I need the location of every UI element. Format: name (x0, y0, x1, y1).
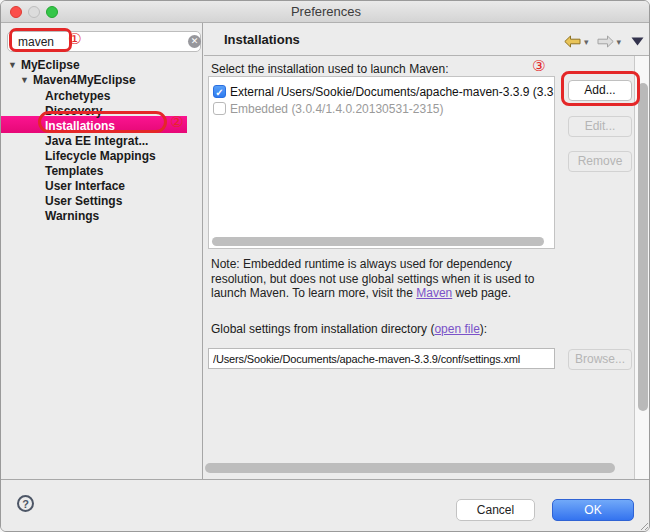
ok-button[interactable]: OK (552, 499, 634, 521)
back-history-caret-icon[interactable]: ▾ (584, 37, 589, 47)
edit-button: Edit... (568, 116, 632, 137)
open-file-link[interactable]: open file (434, 322, 479, 336)
sidebar-item-archetypes[interactable]: Archetypes (45, 89, 110, 103)
installation-row-embedded[interactable]: Embedded (3.0.4/1.4.0.20130531-2315) (209, 101, 555, 118)
installations-list[interactable]: ✓ External /Users/Sookie/Documents/apach… (208, 76, 555, 249)
page-vertical-scrollbar-thumb[interactable] (638, 83, 648, 411)
title-bar: Preferences (1, 1, 650, 23)
select-installation-label: Select the installation used to launch M… (211, 62, 448, 76)
cancel-button[interactable]: Cancel (456, 499, 535, 521)
filter-search-input[interactable] (7, 31, 201, 52)
window-title: Preferences (1, 4, 650, 19)
preference-page: Installations ▾ ▾ Select the installatio… (204, 23, 650, 479)
clear-search-icon[interactable]: ✕ (188, 35, 201, 48)
forward-arrow-icon[interactable] (597, 35, 614, 48)
page-vertical-scrollbar-track[interactable] (634, 56, 650, 479)
dialog-footer: ? Cancel OK (1, 479, 650, 532)
global-settings-label: Global settings from installation direct… (211, 322, 487, 336)
forward-history-caret-icon[interactable]: ▾ (617, 37, 622, 47)
sidebar: ✕ ▼MyEclipse ▼Maven4MyEclipse Archetypes… (1, 23, 203, 479)
resize-grip-icon[interactable] (639, 521, 649, 531)
checkbox-unchecked-icon[interactable] (213, 102, 226, 115)
sidebar-item-discovery[interactable]: Discovery (45, 104, 102, 118)
list-horizontal-scrollbar[interactable] (212, 237, 544, 246)
sidebar-item-installations[interactable]: Installations (45, 119, 115, 133)
sidebar-item-user-settings[interactable]: User Settings (45, 194, 122, 208)
sidebar-item-myeclipse[interactable]: ▼MyEclipse (8, 58, 80, 72)
disclosure-triangle-icon[interactable]: ▼ (20, 75, 29, 85)
disclosure-triangle-icon[interactable]: ▼ (8, 60, 17, 70)
sidebar-item-user-interface[interactable]: User Interface (45, 179, 125, 193)
sidebar-item-java-ee-integration[interactable]: Java EE Integrat... (45, 134, 148, 148)
sidebar-item-maven4myeclipse[interactable]: ▼Maven4MyEclipse (20, 73, 136, 87)
page-horizontal-scrollbar-thumb[interactable] (205, 463, 615, 473)
header-separator (204, 55, 650, 56)
maven-web-page-link[interactable]: Maven (416, 286, 452, 300)
embedded-runtime-note: Note: Embedded runtime is always used fo… (211, 257, 535, 301)
global-settings-path-field[interactable] (208, 348, 555, 369)
sidebar-item-templates[interactable]: Templates (45, 164, 103, 178)
browse-button: Browse... (568, 349, 632, 370)
page-title: Installations (224, 32, 300, 47)
page-navigation: ▾ ▾ (564, 35, 644, 48)
help-icon[interactable]: ? (17, 495, 34, 512)
installation-row-external[interactable]: ✓ External /Users/Sookie/Documents/apach… (209, 84, 555, 101)
remove-button: Remove (568, 151, 632, 172)
checkbox-checked-icon[interactable]: ✓ (213, 85, 226, 98)
sidebar-item-lifecycle-mappings[interactable]: Lifecycle Mappings (45, 149, 156, 163)
sidebar-item-warnings[interactable]: Warnings (45, 209, 99, 223)
add-button[interactable]: Add... (568, 80, 632, 101)
preferences-window: Preferences ✕ ▼MyEclipse ▼Maven4MyEclips… (0, 0, 650, 532)
view-menu-icon[interactable] (631, 37, 644, 46)
back-arrow-icon[interactable] (564, 35, 581, 48)
